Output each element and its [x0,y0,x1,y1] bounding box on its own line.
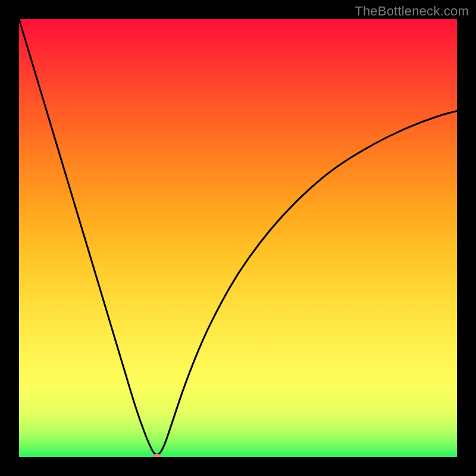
bottleneck-curve [19,19,457,455]
minimum-marker-icon [153,454,161,457]
plot-area [19,19,457,457]
watermark-text: TheBottleneck.com [355,4,469,19]
chart-frame: TheBottleneck.com [0,0,476,476]
curve-layer [19,19,457,457]
